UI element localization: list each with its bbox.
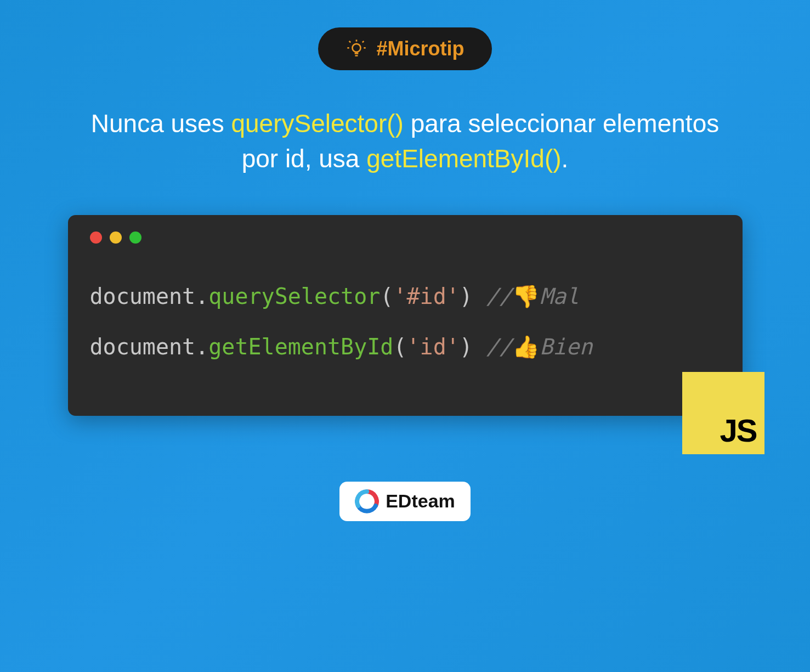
brand-name: EDteam — [386, 490, 455, 512]
code-comment: //👎Mal — [486, 284, 579, 309]
code-token-method: querySelector — [208, 284, 380, 309]
headline-text: Nunca uses querySelector() para seleccio… — [76, 106, 734, 177]
code-token-dot: . — [195, 284, 208, 309]
main-container: #Microtip Nunca uses querySelector() par… — [0, 0, 810, 672]
headline-part3: . — [562, 144, 569, 173]
window-close-dot — [90, 231, 102, 244]
code-token-paren-open: ( — [393, 334, 406, 359]
comment-text: Mal — [540, 284, 579, 309]
svg-line-5 — [362, 41, 364, 43]
microtip-badge: #Microtip — [318, 27, 491, 70]
badge-label: #Microtip — [376, 37, 464, 60]
comment-prefix: // — [486, 284, 512, 309]
window-maximize-dot — [129, 231, 141, 244]
code-token-paren-close: ) — [460, 334, 473, 359]
code-token-string: 'id' — [407, 334, 460, 359]
code-token-string: '#id' — [393, 284, 459, 309]
code-token-space — [473, 284, 486, 309]
svg-line-4 — [349, 41, 351, 43]
headline-part1: Nunca uses — [91, 109, 231, 138]
code-window: document.querySelector('#id') //👎Mal doc… — [68, 215, 743, 416]
code-token-object: document — [90, 284, 196, 309]
window-controls — [90, 231, 721, 244]
thumbs-up-icon: 👍 — [512, 334, 540, 359]
code-line-1: document.querySelector('#id') //👎Mal — [90, 282, 721, 310]
js-logo-text: JS — [720, 412, 757, 449]
thumbs-down-icon: 👎 — [512, 284, 540, 309]
code-token-object: document — [90, 334, 196, 359]
code-token-paren-close: ) — [460, 284, 473, 309]
brand-badge: EDteam — [339, 482, 471, 521]
code-token-method: getElementById — [208, 334, 393, 359]
code-comment: //👍Bien — [486, 334, 593, 359]
edteam-logo-icon — [355, 489, 379, 513]
headline-highlight-2: getElementById() — [366, 144, 561, 173]
svg-point-0 — [353, 44, 361, 52]
code-line-2: document.getElementById('id') //👍Bien — [90, 332, 721, 361]
code-token-paren-open: ( — [380, 284, 393, 309]
window-minimize-dot — [110, 231, 122, 244]
code-token-space — [473, 334, 486, 359]
lightbulb-icon — [345, 38, 367, 60]
code-token-dot: . — [195, 334, 208, 359]
comment-text: Bien — [540, 334, 592, 359]
comment-prefix: // — [486, 334, 512, 359]
js-logo-badge: JS — [682, 372, 764, 454]
headline-highlight-1: querySelector() — [231, 109, 403, 138]
